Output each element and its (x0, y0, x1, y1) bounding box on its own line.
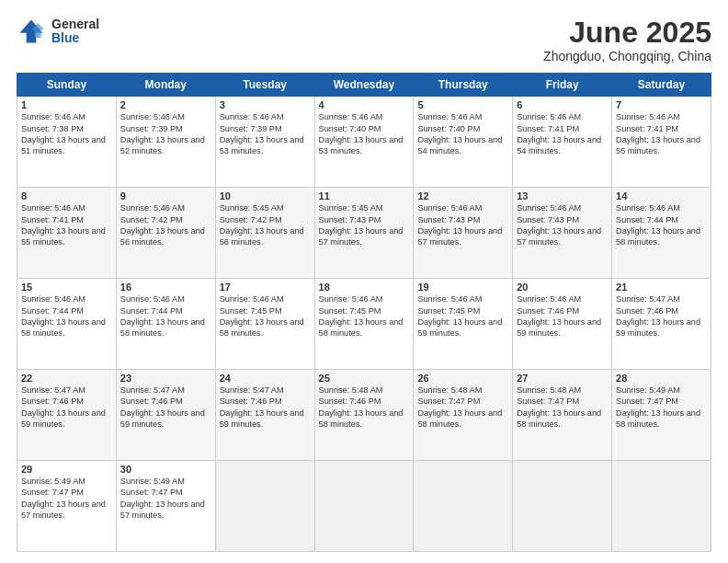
cell-info: Sunrise: 5:46 AMSunset: 7:43 PMDaylight:… (417, 203, 502, 247)
table-row: 11Sunrise: 5:45 AMSunset: 7:43 PMDayligh… (314, 188, 414, 279)
cell-info: Sunrise: 5:49 AMSunset: 7:47 PMDaylight:… (21, 477, 106, 520)
cell-info: Sunrise: 5:46 AMSunset: 7:41 PMDaylight:… (21, 203, 106, 247)
table-row: 28Sunrise: 5:49 AMSunset: 7:47 PMDayligh… (612, 370, 711, 461)
table-row: 23Sunrise: 5:47 AMSunset: 7:46 PMDayligh… (116, 370, 215, 461)
logo-general: General (51, 17, 99, 31)
month-title: June 2025 (543, 17, 711, 49)
cell-info: Sunrise: 5:46 AMSunset: 7:40 PMDaylight:… (417, 112, 502, 155)
day-number: 25 (319, 373, 410, 384)
day-number: 30 (120, 464, 211, 475)
cell-info: Sunrise: 5:45 AMSunset: 7:43 PMDaylight:… (319, 203, 404, 247)
day-number: 16 (120, 282, 211, 293)
table-row: 24Sunrise: 5:47 AMSunset: 7:46 PMDayligh… (215, 370, 314, 461)
cell-info: Sunrise: 5:46 AMSunset: 7:44 PMDaylight:… (21, 294, 106, 338)
table-row (215, 461, 314, 552)
day-number: 15 (21, 282, 112, 293)
day-number: 11 (319, 190, 410, 201)
table-row: 14Sunrise: 5:46 AMSunset: 7:44 PMDayligh… (612, 188, 711, 279)
cell-info: Sunrise: 5:46 AMSunset: 7:43 PMDaylight:… (517, 203, 601, 247)
table-row (414, 461, 513, 552)
logo: General Blue (17, 17, 99, 46)
cell-info: Sunrise: 5:48 AMSunset: 7:47 PMDaylight:… (517, 385, 601, 429)
col-wednesday: Wednesday (314, 74, 414, 97)
table-row: 30Sunrise: 5:49 AMSunset: 7:47 PMDayligh… (116, 461, 215, 552)
cell-info: Sunrise: 5:46 AMSunset: 7:44 PMDaylight:… (120, 294, 205, 338)
col-friday: Friday (513, 74, 612, 97)
table-row: 22Sunrise: 5:47 AMSunset: 7:46 PMDayligh… (17, 370, 117, 461)
logo-text: General Blue (51, 17, 99, 46)
table-row (513, 461, 612, 552)
calendar-week-5: 29Sunrise: 5:49 AMSunset: 7:47 PMDayligh… (17, 461, 711, 552)
cell-info: Sunrise: 5:46 AMSunset: 7:39 PMDaylight:… (120, 112, 205, 155)
day-number: 23 (120, 373, 211, 384)
day-number: 18 (319, 282, 410, 293)
table-row: 7Sunrise: 5:46 AMSunset: 7:41 PMDaylight… (612, 97, 711, 188)
table-row: 21Sunrise: 5:47 AMSunset: 7:46 PMDayligh… (612, 279, 711, 370)
location: Zhongduo, Chongqing, China (543, 49, 711, 63)
table-row: 4Sunrise: 5:46 AMSunset: 7:40 PMDaylight… (314, 97, 414, 188)
table-row: 12Sunrise: 5:46 AMSunset: 7:43 PMDayligh… (414, 188, 513, 279)
cell-info: Sunrise: 5:46 AMSunset: 7:42 PMDaylight:… (120, 203, 205, 247)
day-number: 1 (21, 99, 112, 110)
day-number: 3 (220, 99, 311, 110)
day-number: 28 (616, 373, 707, 384)
table-row: 19Sunrise: 5:46 AMSunset: 7:45 PMDayligh… (414, 279, 513, 370)
day-number: 8 (21, 190, 112, 201)
day-number: 4 (319, 99, 410, 110)
day-number: 7 (616, 99, 707, 110)
cell-info: Sunrise: 5:48 AMSunset: 7:46 PMDaylight:… (319, 385, 404, 429)
day-number: 17 (220, 282, 311, 293)
table-row: 13Sunrise: 5:46 AMSunset: 7:43 PMDayligh… (513, 188, 612, 279)
cell-info: Sunrise: 5:46 AMSunset: 7:45 PMDaylight:… (319, 294, 404, 338)
col-saturday: Saturday (612, 74, 711, 97)
cell-info: Sunrise: 5:46 AMSunset: 7:40 PMDaylight:… (319, 112, 404, 155)
logo-blue: Blue (51, 31, 99, 45)
table-row: 5Sunrise: 5:46 AMSunset: 7:40 PMDaylight… (414, 97, 513, 188)
table-row: 10Sunrise: 5:45 AMSunset: 7:42 PMDayligh… (215, 188, 314, 279)
day-number: 21 (616, 282, 707, 293)
day-number: 19 (417, 282, 508, 293)
table-row: 1Sunrise: 5:46 AMSunset: 7:38 PMDaylight… (17, 97, 117, 188)
table-row: 3Sunrise: 5:46 AMSunset: 7:39 PMDaylight… (215, 97, 314, 188)
calendar-week-3: 15Sunrise: 5:46 AMSunset: 7:44 PMDayligh… (17, 279, 711, 370)
table-row (314, 461, 414, 552)
day-number: 26 (417, 373, 508, 384)
day-number: 27 (517, 373, 608, 384)
day-number: 24 (220, 373, 311, 384)
calendar-table: Sunday Monday Tuesday Wednesday Thursday… (17, 73, 711, 552)
day-number: 2 (120, 99, 211, 110)
cell-info: Sunrise: 5:47 AMSunset: 7:46 PMDaylight:… (21, 385, 106, 429)
table-row: 20Sunrise: 5:46 AMSunset: 7:46 PMDayligh… (513, 279, 612, 370)
day-number: 29 (21, 464, 112, 475)
cell-info: Sunrise: 5:46 AMSunset: 7:45 PMDaylight:… (220, 294, 304, 338)
day-number: 20 (517, 282, 608, 293)
day-number: 14 (616, 190, 707, 201)
cell-info: Sunrise: 5:46 AMSunset: 7:46 PMDaylight:… (517, 294, 601, 338)
cell-info: Sunrise: 5:49 AMSunset: 7:47 PMDaylight:… (120, 477, 205, 520)
logo-icon (17, 17, 46, 46)
day-number: 12 (417, 190, 508, 201)
table-row: 15Sunrise: 5:46 AMSunset: 7:44 PMDayligh… (17, 279, 117, 370)
day-number: 6 (517, 99, 608, 110)
table-row: 6Sunrise: 5:46 AMSunset: 7:41 PMDaylight… (513, 97, 612, 188)
page: General Blue June 2025 Zhongduo, Chongqi… (0, 0, 728, 563)
col-tuesday: Tuesday (215, 74, 314, 97)
title-block: June 2025 Zhongduo, Chongqing, China (543, 17, 711, 63)
day-number: 9 (120, 190, 211, 201)
header-row: Sunday Monday Tuesday Wednesday Thursday… (17, 74, 711, 97)
table-row: 29Sunrise: 5:49 AMSunset: 7:47 PMDayligh… (17, 461, 117, 552)
cell-info: Sunrise: 5:46 AMSunset: 7:45 PMDaylight:… (417, 294, 502, 338)
cell-info: Sunrise: 5:46 AMSunset: 7:41 PMDaylight:… (517, 112, 601, 155)
table-row: 9Sunrise: 5:46 AMSunset: 7:42 PMDaylight… (116, 188, 215, 279)
calendar-week-2: 8Sunrise: 5:46 AMSunset: 7:41 PMDaylight… (17, 188, 711, 279)
col-monday: Monday (116, 74, 215, 97)
cell-info: Sunrise: 5:47 AMSunset: 7:46 PMDaylight:… (220, 385, 304, 429)
day-number: 5 (417, 99, 508, 110)
table-row: 25Sunrise: 5:48 AMSunset: 7:46 PMDayligh… (314, 370, 414, 461)
table-row (612, 461, 711, 552)
day-number: 10 (220, 190, 311, 201)
table-row: 26Sunrise: 5:48 AMSunset: 7:47 PMDayligh… (414, 370, 513, 461)
table-row: 17Sunrise: 5:46 AMSunset: 7:45 PMDayligh… (215, 279, 314, 370)
cell-info: Sunrise: 5:46 AMSunset: 7:39 PMDaylight:… (220, 112, 304, 155)
cell-info: Sunrise: 5:49 AMSunset: 7:47 PMDaylight:… (616, 385, 700, 429)
